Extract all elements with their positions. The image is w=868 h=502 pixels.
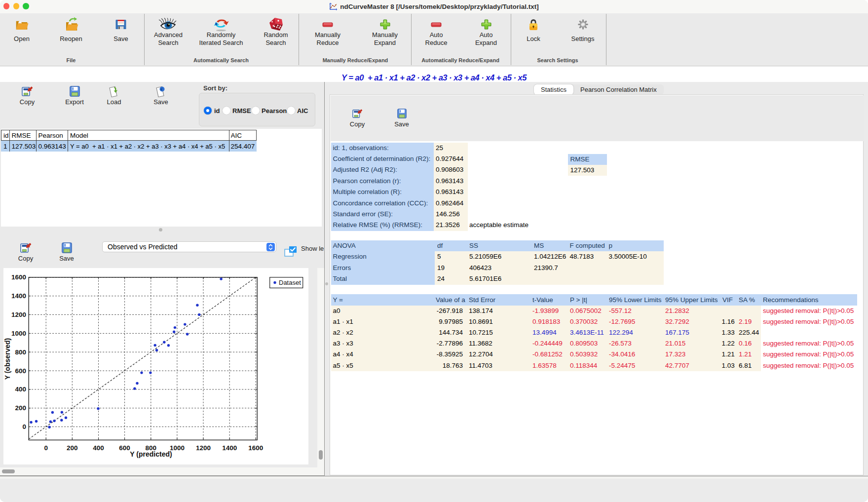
svg-text:1000: 1000 [11, 330, 26, 337]
svg-text:400: 400 [93, 444, 104, 452]
svg-text:600: 600 [15, 367, 26, 375]
svg-text:0: 0 [22, 423, 26, 430]
svg-text:Dataset: Dataset [279, 279, 301, 286]
svg-text:1400: 1400 [11, 292, 26, 300]
svg-text:Y (observed): Y (observed) [3, 338, 11, 380]
svg-text:1400: 1400 [222, 444, 237, 452]
svg-text:400: 400 [15, 386, 26, 393]
svg-text:200: 200 [67, 444, 78, 452]
svg-text:800: 800 [15, 348, 26, 356]
svg-text:1200: 1200 [196, 444, 211, 452]
svg-text:200: 200 [15, 404, 26, 412]
svg-text:Y (predicted): Y (predicted) [130, 450, 172, 458]
svg-text:1600: 1600 [248, 444, 263, 452]
svg-text:1200: 1200 [11, 311, 26, 318]
svg-text:0: 0 [44, 444, 48, 452]
svg-text:600: 600 [119, 444, 130, 452]
svg-text:1600: 1600 [11, 273, 26, 281]
